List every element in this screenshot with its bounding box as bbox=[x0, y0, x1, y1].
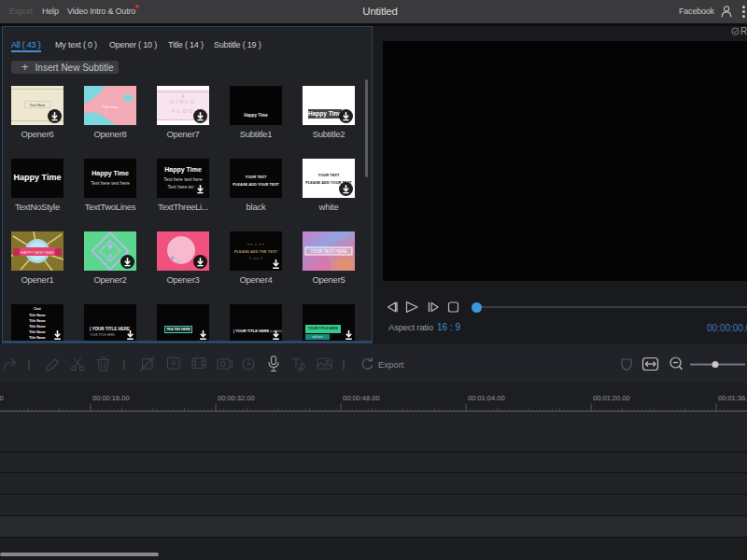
svg-text:HAPPY NEW YEAR: HAPPY NEW YEAR bbox=[21, 250, 54, 255]
svg-text:YOUR TEXT HERE: YOUR TEXT HERE bbox=[310, 249, 346, 254]
svg-text:Export: Export bbox=[378, 359, 404, 370]
svg-text:Title here: Title here bbox=[103, 105, 119, 109]
